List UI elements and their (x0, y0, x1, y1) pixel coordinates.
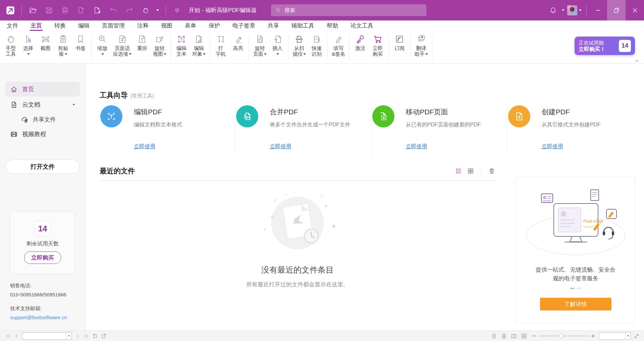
menu-item-14[interactable]: 论文工具 (351, 20, 373, 32)
caret-down-icon[interactable] (562, 9, 565, 11)
menu-item-2[interactable]: 主页 (31, 20, 42, 32)
zoom-slider-track[interactable] (538, 336, 589, 336)
sidebar-item-home[interactable]: 首页 (5, 82, 80, 97)
quick-access-chevron-icon[interactable] (170, 3, 184, 17)
search-box[interactable] (271, 4, 426, 16)
toolbar-button-reflow[interactable]: 重排 (133, 32, 151, 63)
facing-continuous-view-icon[interactable] (520, 332, 528, 340)
caret-down-icon[interactable] (579, 9, 582, 11)
toolbar-button-editobject[interactable]: 编辑对象 (190, 32, 208, 63)
close-button[interactable] (626, 0, 644, 20)
menu-item-6[interactable]: 注释 (137, 20, 149, 32)
print-icon[interactable] (58, 3, 72, 17)
toolbar-button-fillsign[interactable]: 填写&签名 (330, 32, 347, 63)
toolbar-button-screenshot[interactable]: 截图 (37, 32, 54, 63)
list-view-icon[interactable] (455, 167, 462, 175)
toolbar-button-pagefit[interactable]: 页面适应选项 (111, 32, 133, 63)
trial-banner[interactable]: 正在试用期 立即购买！ 14 (575, 37, 635, 55)
toolbar-button-clipboard[interactable]: 剪贴板 (54, 32, 72, 63)
menu-item-9[interactable]: 保护 (209, 20, 220, 32)
open-file-button[interactable]: 打开文件 (5, 160, 80, 174)
sidebar-item-clouddoc[interactable]: 云文档 (5, 97, 80, 112)
menu-item-3[interactable]: 转换 (54, 20, 66, 32)
toolbar-button-hand[interactable]: 手型工具 (2, 32, 19, 63)
support-email[interactable]: support@foxitsoftware.cn (10, 313, 85, 322)
zoom-slider-handle[interactable] (559, 334, 564, 338)
menu-item-10[interactable]: 电子签章 (232, 20, 255, 32)
zoom-percent-box[interactable] (599, 332, 631, 340)
buy-now-button[interactable]: 立即购买 (24, 251, 61, 264)
menu-item-4[interactable]: 编辑 (78, 20, 90, 32)
menu-item-1[interactable]: 文件 (7, 20, 18, 32)
undo-icon[interactable] (106, 3, 120, 17)
sales-phone: 010-50951668/50951666 (10, 290, 85, 299)
carousel-dot-active[interactable] (570, 288, 575, 289)
extract-page-icon[interactable] (74, 3, 88, 17)
menu-item-11[interactable]: 共享 (268, 20, 279, 32)
use-now-link[interactable]: 立即使用 (270, 143, 365, 150)
toolbar-button-scanner[interactable]: 从扫描仪 (290, 32, 308, 63)
menu-item-7[interactable]: 视图 (161, 20, 172, 32)
caret-down-icon[interactable] (156, 9, 159, 11)
page-number-input[interactable] (22, 334, 66, 339)
zoom-in-icon[interactable] (591, 334, 595, 338)
page-number-box[interactable] (22, 332, 72, 340)
toolbar-button-translate[interactable]: 翻译助手 (413, 32, 430, 63)
zoom-slider[interactable] (532, 334, 595, 338)
fullscreen-icon[interactable] (632, 332, 641, 340)
grid-view-icon[interactable] (467, 167, 474, 175)
continuous-view-icon[interactable] (499, 332, 508, 340)
zoom-out-icon[interactable] (532, 336, 536, 336)
toolbar-button-select[interactable]: 选择 (19, 32, 37, 63)
toolbar-button-typewriter[interactable]: 打字机 (212, 32, 229, 63)
toolbar-button-rotatepage[interactable]: 旋转页面 (251, 32, 269, 63)
next-page-icon[interactable] (73, 332, 82, 340)
save-icon[interactable] (42, 3, 56, 17)
toolbar-button-key[interactable]: 激活 (352, 32, 369, 63)
caret-down-icon[interactable] (72, 104, 75, 106)
use-now-link[interactable]: 立即使用 (406, 143, 501, 150)
minimize-button[interactable] (589, 0, 607, 20)
label-line1: 书签 (75, 45, 86, 51)
first-page-icon[interactable] (3, 332, 12, 340)
toolbar-button-rotateview[interactable]: 旋转视图 (151, 32, 168, 63)
use-now-link[interactable]: 立即使用 (134, 143, 229, 150)
single-page-view-icon[interactable] (489, 332, 498, 340)
user-avatar[interactable] (567, 5, 577, 15)
toolbar-button-zoom[interactable]: 缩放 (94, 32, 111, 63)
sidebar-item-video[interactable]: 视频教程 (5, 127, 80, 141)
page-dropdown[interactable] (66, 333, 71, 339)
restore-button[interactable] (607, 0, 626, 20)
zoom-dropdown[interactable] (625, 333, 630, 339)
toolbar-button-bookmark[interactable]: 书签 (72, 32, 89, 63)
menu-item-5[interactable]: 页面管理 (102, 20, 125, 32)
clear-recent-trash-icon[interactable] (488, 167, 495, 175)
open-file-icon[interactable] (26, 3, 40, 17)
last-page-icon[interactable] (82, 332, 91, 340)
sidebar-item-sharedcloud[interactable]: 共享文件 (16, 113, 80, 126)
search-input[interactable] (284, 7, 422, 13)
toolbar-button-ocr[interactable]: OCR快速识别 (308, 32, 325, 63)
toolbar-button-cart[interactable]: 立即购买 (369, 32, 386, 63)
learn-more-button[interactable]: 了解详情 (540, 298, 611, 310)
toolbar-button-edittext[interactable]: 编辑文本 (173, 32, 190, 63)
new-page-icon[interactable] (90, 3, 104, 17)
notification-bell-icon[interactable] (546, 3, 560, 17)
menu-item-13[interactable]: 帮助 (327, 20, 338, 32)
carousel-dot[interactable] (577, 288, 581, 289)
next-view-icon[interactable] (99, 332, 108, 340)
prev-view-icon[interactable] (91, 332, 99, 340)
menu-item-8[interactable]: 表单 (185, 20, 196, 32)
toolbar-button-subscribe[interactable]: 订阅 (391, 32, 408, 63)
carousel-dots[interactable] (570, 288, 581, 289)
zoom-percent-input[interactable] (599, 334, 625, 339)
redo-icon[interactable] (122, 3, 137, 17)
toolbar-button-insert[interactable]: 插入 (269, 32, 286, 63)
hand-tool-icon[interactable] (139, 3, 153, 17)
toolbar-button-highlighter[interactable]: 高亮 (229, 32, 247, 63)
use-now-link[interactable]: 立即使用 (542, 143, 637, 150)
prev-page-icon[interactable] (12, 332, 21, 340)
menu-item-12[interactable]: 辅助工具 (291, 20, 314, 32)
facing-view-icon[interactable] (509, 332, 518, 340)
collapse-ribbon-icon[interactable] (635, 58, 641, 63)
